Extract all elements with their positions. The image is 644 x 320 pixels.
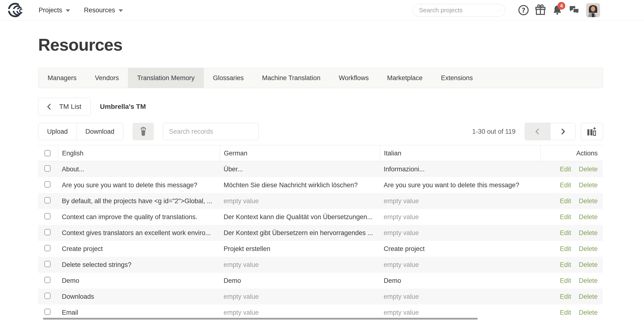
row-checkbox[interactable] — [44, 245, 50, 251]
projects-search-input[interactable] — [419, 6, 500, 14]
app: Projects Resources ? — [0, 0, 644, 320]
row-checkbox[interactable] — [44, 293, 50, 299]
manage-columns-button[interactable] — [581, 123, 603, 140]
cell-actions: Edit Delete — [540, 229, 603, 237]
nav-menus: Projects Resources — [39, 6, 123, 14]
tab-label: Vendors — [95, 74, 119, 82]
delete-link[interactable]: Delete — [579, 309, 598, 317]
delete-link[interactable]: Delete — [579, 245, 598, 253]
row-checkbox[interactable] — [44, 181, 50, 188]
edit-link[interactable]: Edit — [560, 229, 571, 237]
cell-german: Der Kontext kann die Qualität von Überse… — [220, 213, 380, 221]
row-checkbox[interactable] — [44, 165, 50, 172]
gift-icon[interactable] — [532, 3, 549, 17]
cell-actions: Edit Delete — [540, 293, 603, 301]
nav-menu-resources-label: Resources — [84, 6, 115, 14]
cell-actions: Edit Delete — [540, 309, 603, 317]
horizontal-scrollbar[interactable] — [43, 318, 478, 320]
edit-link[interactable]: Edit — [560, 293, 571, 301]
download-button[interactable]: Download — [76, 123, 123, 140]
records-search — [163, 123, 258, 140]
next-page-button[interactable] — [550, 123, 575, 140]
row-checkbox[interactable] — [44, 309, 50, 315]
records-search-input[interactable] — [169, 128, 252, 135]
cell-italian: Informazioni... — [380, 166, 540, 173]
row-checkbox[interactable] — [44, 229, 50, 235]
chevron-right-icon — [559, 127, 567, 136]
edit-link[interactable]: Edit — [560, 309, 571, 317]
cell-english: By default, all the projects have <g id=… — [58, 197, 220, 205]
back-button-label: TM List — [59, 103, 82, 110]
tab-extensions[interactable]: Extensions — [432, 68, 482, 88]
tab-marketplace[interactable]: Marketplace — [378, 68, 432, 88]
pager — [525, 123, 576, 140]
tab-managers[interactable]: Managers — [38, 68, 86, 88]
cell-italian: empty value — [380, 293, 540, 301]
edit-link[interactable]: Edit — [560, 197, 571, 205]
cell-german: Der Kontext gibt Übersetzern ein hervorr… — [220, 229, 380, 237]
edit-link[interactable]: Edit — [560, 181, 571, 189]
svg-text:?: ? — [522, 6, 526, 14]
search-icon[interactable] — [500, 6, 501, 14]
delete-link[interactable]: Delete — [579, 261, 598, 269]
tab-label: Marketplace — [387, 74, 422, 82]
tm-toolbar: Upload Download 1-30 out of 119 — [38, 123, 603, 140]
cell-german: Projekt erstellen — [220, 245, 380, 253]
tab-machine-translation[interactable]: Machine Translation — [253, 68, 330, 88]
tm-records-table: English German Italian Actions About... … — [38, 145, 603, 320]
cell-english: Downloads — [58, 293, 220, 301]
add-column-icon — [586, 127, 597, 136]
edit-link[interactable]: Edit — [560, 245, 571, 253]
tab-label: Machine Translation — [262, 74, 320, 82]
delete-link[interactable]: Delete — [579, 293, 598, 301]
projects-search — [412, 4, 506, 17]
column-header-actions: Actions — [540, 145, 603, 161]
upload-button[interactable]: Upload — [38, 123, 76, 140]
delete-link[interactable]: Delete — [579, 166, 598, 173]
messages-icon[interactable] — [566, 3, 583, 17]
nav-menu-projects-label: Projects — [39, 6, 62, 14]
nav-menu-resources[interactable]: Resources — [84, 6, 123, 14]
row-checkbox[interactable] — [44, 197, 50, 203]
tab-glossaries[interactable]: Glossaries — [204, 68, 253, 88]
tab-vendors[interactable]: Vendors — [86, 68, 128, 88]
tab-bar: Managers Vendors Translation Memory Glos… — [38, 68, 603, 88]
tab-label: Glossaries — [213, 74, 244, 82]
delete-link[interactable]: Delete — [579, 213, 598, 221]
chevron-down-icon — [66, 9, 70, 12]
app-logo-icon[interactable] — [6, 1, 30, 19]
chevron-down-icon — [118, 9, 123, 12]
tab-workflows[interactable]: Workflows — [330, 68, 378, 88]
user-avatar[interactable] — [586, 3, 600, 17]
prev-page-button[interactable] — [525, 123, 550, 140]
row-checkbox[interactable] — [44, 213, 50, 219]
edit-link[interactable]: Edit — [560, 166, 571, 173]
row-checkbox-cell — [38, 293, 58, 301]
cell-english: Are you sure you want to delete this mes… — [58, 181, 220, 189]
row-checkbox[interactable] — [44, 261, 50, 267]
tab-label: Translation Memory — [137, 74, 194, 82]
row-checkbox-cell — [38, 197, 58, 205]
row-checkbox[interactable] — [44, 277, 50, 283]
nav-menu-projects[interactable]: Projects — [39, 6, 70, 14]
cell-english: Create project — [58, 245, 220, 253]
notifications-bell-icon[interactable]: 4 — [549, 3, 566, 17]
select-all-checkbox[interactable] — [44, 150, 50, 156]
delete-link[interactable]: Delete — [579, 277, 598, 285]
edit-link[interactable]: Edit — [560, 261, 571, 269]
chevron-left-icon — [46, 103, 53, 111]
table-row: Demo Demo Demo Edit Delete — [38, 273, 603, 289]
delete-link[interactable]: Delete — [579, 229, 598, 237]
edit-link[interactable]: Edit — [560, 277, 571, 285]
delete-selected-button[interactable] — [132, 123, 154, 140]
edit-link[interactable]: Edit — [560, 213, 571, 221]
tab-translation-memory[interactable]: Translation Memory — [128, 68, 204, 88]
column-header-german: German — [220, 145, 380, 161]
cell-italian: empty value — [380, 197, 540, 205]
delete-link[interactable]: Delete — [579, 197, 598, 205]
table-row: Are you sure you want to delete this mes… — [38, 177, 603, 193]
back-to-tm-list-button[interactable]: TM List — [38, 98, 91, 116]
help-icon[interactable]: ? — [515, 3, 532, 17]
delete-link[interactable]: Delete — [579, 181, 598, 189]
cell-italian: empty value — [380, 213, 540, 221]
